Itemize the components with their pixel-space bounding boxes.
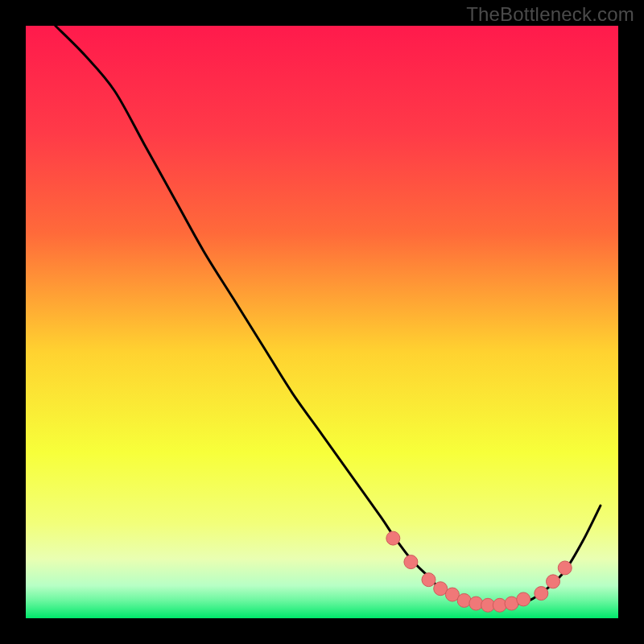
chart-stage: TheBottleneck.com: [0, 0, 644, 644]
curve-marker: [517, 592, 530, 606]
curve-marker: [493, 598, 506, 612]
gradient-plot-area: [26, 26, 618, 618]
watermark-text: TheBottleneck.com: [466, 3, 634, 26]
curve-marker: [457, 593, 471, 607]
chart-canvas: [0, 0, 644, 644]
curve-marker: [404, 555, 418, 569]
curve-marker: [547, 575, 560, 588]
curve-marker: [422, 573, 436, 587]
curve-marker: [386, 531, 400, 545]
curve-marker: [535, 587, 548, 601]
curve-marker: [469, 597, 483, 610]
curve-marker: [558, 561, 572, 575]
